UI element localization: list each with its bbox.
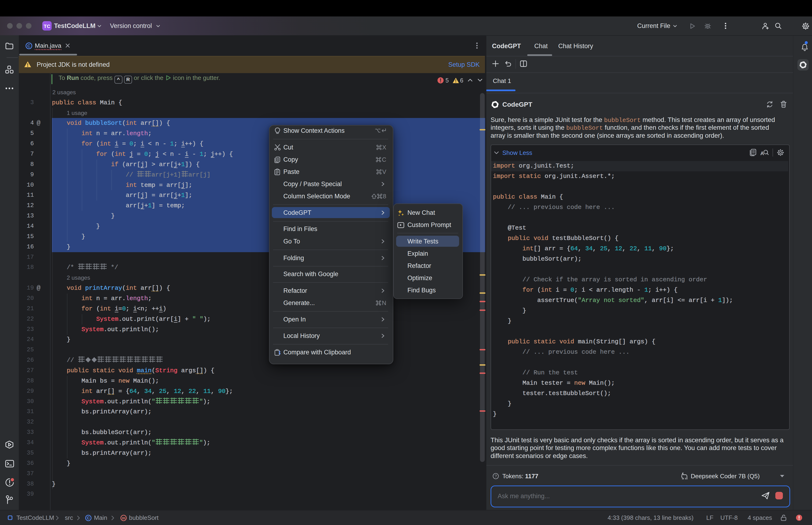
svg-text:A: A — [760, 150, 764, 156]
svg-text:C: C — [28, 44, 31, 48]
svg-text:m: m — [122, 516, 125, 520]
svg-text:C: C — [87, 516, 90, 520]
svg-text:?: ? — [494, 474, 497, 479]
